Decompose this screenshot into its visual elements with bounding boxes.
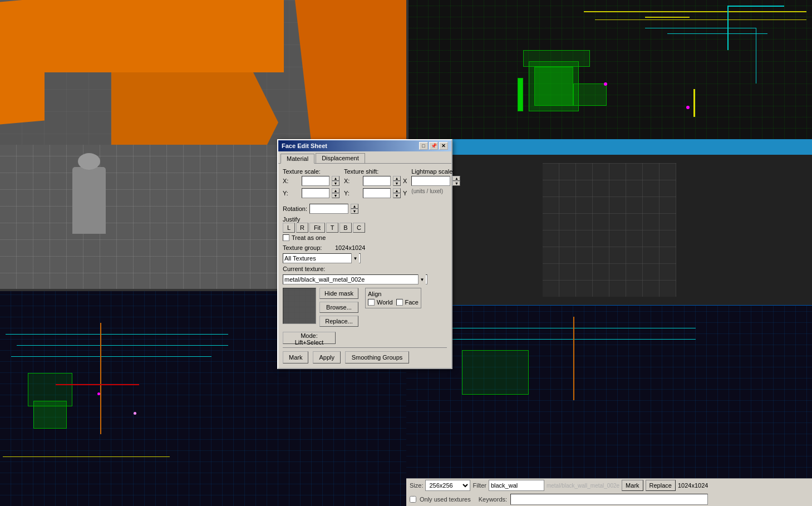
texture-shift-section: Texture shift: X: ▲ ▼ X Y: <box>344 168 407 200</box>
lightmap-input[interactable] <box>411 176 450 186</box>
justify-label: Justify <box>283 216 446 223</box>
apply-btn[interactable]: Apply <box>313 351 341 363</box>
tab-displacement[interactable]: Displacement <box>316 153 365 163</box>
close-button[interactable]: ✕ <box>439 142 448 150</box>
hide-mask-button[interactable]: Hide mask <box>319 288 358 299</box>
mark-btn[interactable]: Mark <box>283 351 308 363</box>
size-select[interactable]: 256x256 512x512 1024x1024 <box>425 480 470 491</box>
texture-preview-small <box>283 288 316 324</box>
restore-button[interactable]: □ <box>419 142 428 150</box>
replace-btn[interactable]: Replace... <box>319 316 358 327</box>
size-display: 1024x1024 <box>678 482 708 489</box>
justify-fit[interactable]: Fit <box>309 223 325 233</box>
dialog-bottom-row: Mark Apply Smoothing Groups <box>283 347 447 363</box>
face-edit-dialog: Face Edit Sheet □ 📌 ✕ Material Displacem… <box>277 139 452 369</box>
rotation-row: Rotation: ▲ ▼ <box>283 204 447 214</box>
y-shift-input[interactable] <box>363 188 391 198</box>
filter-input[interactable]: black_wal <box>489 480 544 491</box>
mode-button[interactable]: Mode: Lift+Select <box>283 332 336 344</box>
texture-group-combo[interactable]: All Textures ▼ <box>283 253 361 263</box>
x-shift-up[interactable]: ▲ <box>393 176 401 181</box>
lightmap-scale-label: Lightmap scale: <box>411 168 460 175</box>
texture-group-combo-row: All Textures ▼ <box>283 253 447 263</box>
y-shift-down[interactable]: ▼ <box>393 193 401 198</box>
y-scale-up[interactable]: ▲ <box>332 188 339 193</box>
x-shift-label: X: <box>344 178 361 184</box>
browse-button[interactable]: Browse... <box>319 302 358 313</box>
texture-shift-label: Texture shift: <box>344 168 407 175</box>
x-scale-up[interactable]: ▲ <box>332 176 339 181</box>
lightmap-units: (units / luxel) <box>411 188 443 194</box>
current-texture-combo[interactable]: metal/black_wall_metal_002e ▼ <box>283 274 427 284</box>
y-shift-suffix: Y <box>403 190 407 196</box>
justify-t[interactable]: T <box>326 223 338 233</box>
lightmap-scale-section: Lightmap scale: ▲ ▼ (units / luxel) <box>411 168 460 200</box>
justify-l[interactable]: L <box>283 223 295 233</box>
x-shift-down[interactable]: ▼ <box>393 181 401 186</box>
dialog-titlebar[interactable]: Face Edit Sheet □ 📌 ✕ <box>278 140 451 151</box>
justify-b[interactable]: B <box>339 223 352 233</box>
rotation-up[interactable]: ▲ <box>351 204 358 209</box>
x-scale-input[interactable] <box>302 176 329 186</box>
tab-material[interactable]: Material <box>280 154 314 164</box>
y-scale-input[interactable] <box>302 188 329 198</box>
texture-actions-row: Hide mask Browse... Replace... Align Wor… <box>283 288 447 328</box>
justify-r[interactable]: R <box>296 223 308 233</box>
current-texture-combo-row: metal/black_wall_metal_002e ▼ <box>283 274 447 284</box>
x-scale-down[interactable]: ▼ <box>332 181 339 186</box>
y-shift-label: Y: <box>344 190 361 196</box>
filter-label: Filter <box>473 482 486 489</box>
texture-scale-section: Texture scale: X: ▲ ▼ Y: ▲ <box>283 168 339 200</box>
treat-as-one-checkbox[interactable] <box>283 234 289 241</box>
smoothing-groups-btn[interactable]: Smoothing Groups <box>345 351 409 363</box>
texture-group-row: Texture group: 1024x1024 <box>283 244 447 251</box>
rotation-input[interactable] <box>309 204 348 214</box>
main-viewport: ■ Textures metal/black_wall_metal_002e S… <box>0 0 812 506</box>
texture-scale-label: Texture scale: <box>283 168 339 175</box>
y-shift-up[interactable]: ▲ <box>393 188 401 193</box>
texture-group-size: 1024x1024 <box>335 244 365 251</box>
align-section: Align World Face <box>363 288 421 328</box>
only-used-label: Only used textures <box>420 496 471 503</box>
pin-button[interactable]: 📌 <box>429 142 438 150</box>
x-shift-suffix: X <box>403 178 407 184</box>
texture-panel-header: ■ Textures <box>406 139 812 155</box>
x-shift-input[interactable] <box>363 176 391 186</box>
character-figure <box>72 167 106 234</box>
face-checkbox[interactable] <box>396 299 403 306</box>
lightmap-up[interactable]: ▲ <box>452 176 460 181</box>
justify-c[interactable]: C <box>353 223 365 233</box>
viewport-map-top[interactable] <box>406 0 812 139</box>
current-texture-row: Current texture: <box>283 266 447 272</box>
rotation-down[interactable]: ▼ <box>351 209 358 214</box>
texture-action-buttons: Hide mask Browse... Replace... <box>319 288 358 328</box>
texture-preview-grid <box>543 163 676 297</box>
texture-map-area <box>406 306 812 478</box>
keywords-input[interactable] <box>510 494 708 505</box>
texture-bottom-toolbar: Size: 256x256 512x512 1024x1024 Filter b… <box>406 478 812 506</box>
y-scale-label: Y: <box>283 190 299 196</box>
treat-as-one-label: Treat as one <box>292 234 326 241</box>
world-label: World <box>377 299 393 306</box>
texture-preview-area <box>406 155 812 305</box>
dialog-title: Face Edit Sheet <box>282 143 327 149</box>
dialog-tabs: Material Displacement <box>278 151 451 164</box>
world-checkbox[interactable] <box>368 299 375 306</box>
keywords-label: Keywords: <box>479 496 507 503</box>
current-texture-label: Current texture: <box>283 266 338 272</box>
replace-button[interactable]: Replace <box>646 480 676 491</box>
face-label: Face <box>405 299 419 306</box>
combo-arrow: ▼ <box>351 253 359 263</box>
justify-section: Justify L R Fit T B C Treat as one <box>283 216 447 241</box>
lightmap-down[interactable]: ▼ <box>452 181 460 186</box>
size-label: Size: <box>410 482 423 489</box>
rotation-label: Rotation: <box>283 205 307 212</box>
only-used-checkbox[interactable] <box>410 496 416 503</box>
mode-row: Mode: Lift+Select <box>283 332 447 344</box>
texture-preview-section: Hide mask Browse... Replace... <box>283 288 358 328</box>
mark-button[interactable]: Mark <box>622 480 643 491</box>
texture-combo-arrow: ▼ <box>418 274 426 284</box>
viewport-textures-area: ■ Textures metal/black_wall_metal_002e S… <box>406 139 812 506</box>
y-scale-down[interactable]: ▼ <box>332 193 339 198</box>
texture-path-label: metal/black_wall_metal_002e <box>547 483 619 489</box>
